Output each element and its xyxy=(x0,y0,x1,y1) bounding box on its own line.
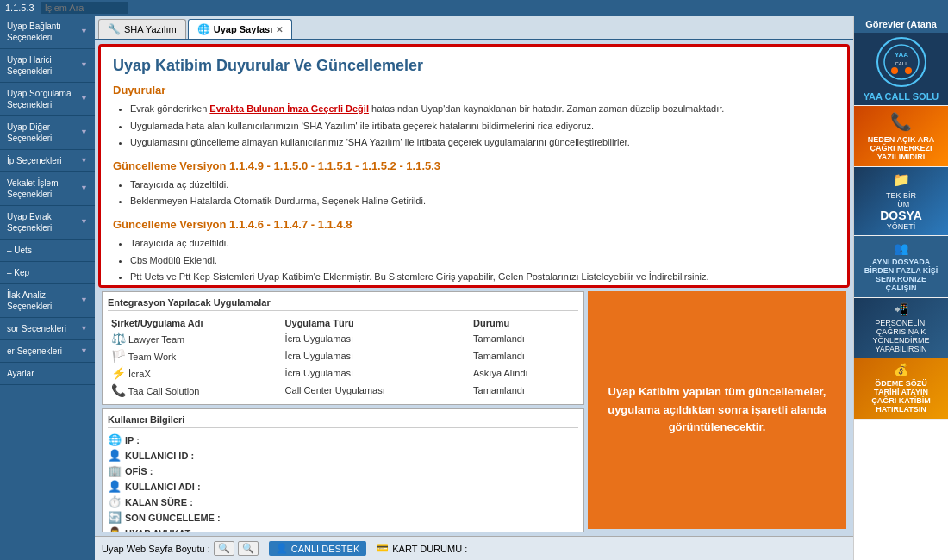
ad5-line1: ÖDEME SÖZÜ xyxy=(858,379,945,388)
v1-bullet-2: Beklenmeyen Hatalarda Otomatik Durdurma,… xyxy=(130,194,835,209)
ad4-line2: ÇAĞRISINA K xyxy=(858,327,945,336)
ad1-line3: YAZILIMIDIRI xyxy=(858,152,945,161)
main-title: Uyap Katibim Duyurular Ve Güncellemeler xyxy=(113,57,835,75)
ip-icon: 🌐 xyxy=(108,433,122,446)
ad5-line2: TARİHİ ATAYIN xyxy=(858,388,945,396)
user-field-ofis: 🏢 OFİS : xyxy=(108,464,578,477)
bullet-2: Uygulamada hata alan kullanıcılarımızın … xyxy=(130,119,835,134)
status-bar: Uyap Web Sayfa Boyutu : 🔍 🔍 👤 CANLI DEST… xyxy=(95,536,853,560)
right-ad-3[interactable]: 👥 AYNI DOSYADA BİRDEN FAZLA KİŞİ SENKRON… xyxy=(854,236,948,298)
ad2-line2: TÜM xyxy=(858,200,945,208)
search-input[interactable] xyxy=(41,2,128,14)
version2-content: Tarayıcıda aç düzeltildi. Cbs Modülü Ekl… xyxy=(113,236,835,285)
sidebar-label: Uyap Harici Seçenekleri xyxy=(7,54,80,77)
tab-close-icon[interactable]: ✕ xyxy=(276,25,283,34)
tab-uyap[interactable]: 🌐 Uyap Sayfası ✕ xyxy=(188,19,292,39)
ad5-line3: ÇAĞRI KATİBİM xyxy=(858,396,945,405)
bullet-3: Uygulamasını güncelleme almayan kullanıc… xyxy=(130,135,835,151)
sidebar-item-baglanti[interactable]: Uyap Bağlantı Seçenekleri ▼ xyxy=(0,16,95,49)
user-field-kullanici-id: 👤 KULLANICI ID : xyxy=(108,449,578,462)
right-ad-5[interactable]: 💰 ÖDEME SÖZÜ TARİHİ ATAYIN ÇAĞRI KATİBİM… xyxy=(854,358,948,420)
canli-destek-icon: 👤 xyxy=(276,543,288,554)
right-ad-4[interactable]: 📲 PERSONELİNİ ÇAĞRISINA K YÖNLENDİRME YA… xyxy=(854,298,948,358)
sidebar-item-vekalet[interactable]: Vekalet İşlem Seçenekleri ▼ xyxy=(0,172,95,206)
user-field-son-guncelleme: 🔄 SON GÜNCELLEME : xyxy=(108,511,578,524)
son-guncelleme-label: SON GÜNCELLEME : xyxy=(125,513,221,523)
sidebar-label: Uyap Evrak Seçenekleri xyxy=(7,211,80,233)
user-field-kullanici-adi: 👤 KULLANICI ADI : xyxy=(108,480,578,493)
right-ad-1[interactable]: 📞 NEDEN AÇIK ARA ÇAĞRI MERKEZI YAZILIMID… xyxy=(854,106,948,167)
sidebar-item-er[interactable]: er Seçenekleri ▼ xyxy=(0,340,95,363)
ad3-line4: ÇALIŞIN xyxy=(858,283,945,292)
chevron-icon: ▼ xyxy=(80,128,88,138)
sidebar-label: – Kep xyxy=(7,267,29,278)
sidebar-label: Ayarlar xyxy=(7,368,34,379)
user-field-ip: 🌐 IP : xyxy=(108,433,578,446)
sidebar-item-kep[interactable]: – Kep xyxy=(0,262,95,284)
sidebar-item-ayarlar[interactable]: Ayarlar xyxy=(0,363,95,385)
yaa-logo: YAA CALL xyxy=(876,36,927,88)
tab-sha[interactable]: 🔧 SHA Yazılım xyxy=(98,19,186,39)
integration-table: Şirket/Uygulama Adı Uygulama Türü Durumu… xyxy=(108,316,578,399)
v2-bullet-2: Cbs Modülü Eklendi. xyxy=(130,253,835,269)
user-field-kalan-sure: ⏱️ KALAN SÜRE : xyxy=(108,495,578,508)
taa-icon: 📞 xyxy=(111,383,126,397)
sidebar-item-sor[interactable]: sor Seçenekleri ▼ xyxy=(0,318,95,340)
col-name: Şirket/Uygulama Adı xyxy=(108,316,282,330)
kullanici-id-icon: 👤 xyxy=(108,449,122,462)
tab-sha-label: SHA Yazılım xyxy=(124,24,177,34)
canli-destek-button[interactable]: 👤 CANLI DESTEK xyxy=(269,541,366,556)
v1-bullet-1: Tarayıcıda aç düzeltildi. xyxy=(130,177,835,193)
kart-durumu-item: 💳 KART DURUMU : xyxy=(377,543,467,554)
sha-tab-icon: 🔧 xyxy=(108,23,121,35)
chevron-icon: ▼ xyxy=(80,296,88,306)
ad4-line4: YAPABİLİRSİN xyxy=(858,345,945,353)
ofis-icon: 🏢 xyxy=(108,464,122,477)
sidebar-item-tip[interactable]: İp Seçenekleri ▼ xyxy=(0,150,95,172)
announcements-box: Uyap Katibim Duyurular Ve Güncellemeler … xyxy=(98,44,850,288)
zoom-decrease-button[interactable]: 🔍 xyxy=(214,541,234,556)
user-title: Kullanıcı Bilgileri xyxy=(108,414,578,428)
sidebar-item-evrak[interactable]: Uyap Evrak Seçenekleri ▼ xyxy=(0,206,95,240)
sidebar-item-diger[interactable]: Uyap Diğer Seçenekleri ▼ xyxy=(0,116,95,150)
table-row: ⚡ İcraX İcra Uygulaması Askıya Alındı xyxy=(108,364,578,382)
right-ad-2[interactable]: 📁 TEK BİR TÜM DOSYA YÖNETİ xyxy=(854,167,948,236)
top-bar: 1.1.5.3 xyxy=(0,0,948,16)
table-row: 📞 Taa Call Solution Call Center Uygulama… xyxy=(108,382,578,399)
sidebar: Uyap Bağlantı Seçenekleri ▼ Uyap Harici … xyxy=(0,16,95,560)
col-type: Uygulama Türü xyxy=(282,316,470,330)
zoom-increase-button[interactable]: 🔍 xyxy=(238,541,259,556)
sidebar-item-analiz[interactable]: İlak Analiz Seçenekleri ▼ xyxy=(0,284,95,318)
ad2-line3: DOSYA xyxy=(858,208,945,222)
version1-title: Güncelleme Versiyon 1.1.4.9 - 1.1.5.0 - … xyxy=(113,159,835,172)
ofis-label: OFİS : xyxy=(125,466,153,476)
version-label: 1.1.5.3 xyxy=(5,3,34,13)
ad4-line3: YÖNLENDİRME xyxy=(858,336,945,345)
bottom-section: Entegrasyon Yapılacak Uygulamalar Şirket… xyxy=(98,291,850,532)
son-guncelleme-icon: 🔄 xyxy=(108,511,122,524)
uyap-avukat-label: UYAP AVUKAT : xyxy=(125,528,196,533)
sidebar-item-harici[interactable]: Uyap Harici Seçenekleri ▼ xyxy=(0,49,95,83)
kalan-sure-icon: ⏱️ xyxy=(108,495,122,508)
web-size-label: Uyap Web Sayfa Boyutu : xyxy=(102,544,210,554)
chevron-icon: ▼ xyxy=(80,346,88,357)
v2-bullet-3: Ptt Uets ve Ptt Kep Sistemleri Uyap Kati… xyxy=(130,270,835,285)
chevron-icon: ▼ xyxy=(80,217,88,227)
kart-durumu-label: KART DURUMU : xyxy=(392,544,467,554)
svg-point-4 xyxy=(891,67,898,74)
right-header: Görevler (Atana xyxy=(854,16,948,33)
main-panel: Uyap Katibim Duyurular Ve Güncellemeler … xyxy=(95,40,853,536)
chevron-icon: ▼ xyxy=(80,27,88,37)
kullanici-adi-icon: 👤 xyxy=(108,480,122,493)
sidebar-label: Vekalet İşlem Seçenekleri xyxy=(7,177,80,200)
tab-bar: 🔧 SHA Yazılım 🌐 Uyap Sayfası ✕ xyxy=(95,16,853,40)
svg-text:CALL: CALL xyxy=(895,61,908,66)
sidebar-item-uets[interactable]: – Uets xyxy=(0,240,95,262)
sidebar-item-sorgulama[interactable]: Uyap Sorgulama Seçenekleri ▼ xyxy=(0,83,95,116)
ad3-line3: SENKRONIZE xyxy=(858,275,945,283)
brand-name: YAA CALL SOLU xyxy=(856,91,946,102)
version1-content: Tarayıcıda aç düzeltildi. Beklenmeyen Ha… xyxy=(113,177,835,209)
sidebar-label: Uyap Bağlantı Seçenekleri xyxy=(7,21,80,43)
orange-box-text: Uyap Katibim yapılan tüm güncellemeler, … xyxy=(602,383,833,437)
yaa-brand-banner: YAA CALL YAA CALL SOLU xyxy=(854,33,948,106)
